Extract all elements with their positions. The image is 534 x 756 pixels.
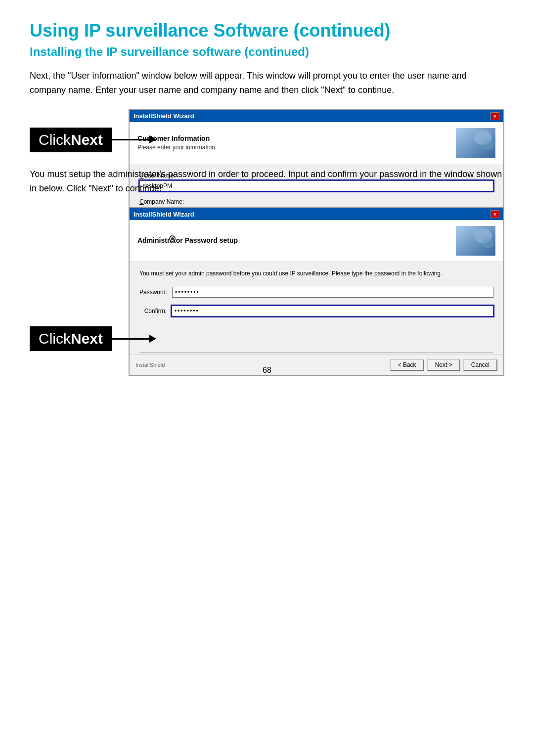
wizard1-close-button[interactable]: × bbox=[490, 112, 499, 120]
wizard2-brand: InstallShield bbox=[135, 362, 165, 368]
page-subtitle: Installing the IP surveillance software … bbox=[30, 45, 504, 59]
wizard2-titlebar: InstallShield Wizard × bbox=[130, 208, 503, 220]
click-next-1-container: Click Next bbox=[30, 128, 151, 152]
wizard2-next-button[interactable]: Next > bbox=[427, 359, 460, 371]
click-next-1-bold: Next bbox=[71, 132, 103, 148]
click-next-2-container: Click Next bbox=[30, 326, 151, 351]
click-next-2-arrow bbox=[112, 338, 151, 340]
password-group: Password: bbox=[139, 287, 493, 298]
confirm-input[interactable] bbox=[172, 306, 493, 316]
intro-text-1: Next, the "User information" window belo… bbox=[30, 69, 504, 97]
wizard1-title: InstallShield Wizard bbox=[134, 112, 194, 120]
company-name-label: Company Name: bbox=[139, 198, 493, 205]
wizard2-separator bbox=[139, 352, 493, 353]
password-label: Password: bbox=[139, 289, 167, 296]
click-next-1-row: Click Next bbox=[30, 128, 504, 152]
click-next-1-arrow bbox=[112, 139, 151, 140]
click-next-2-row: Click Next bbox=[30, 326, 504, 351]
click-next-2-prefix: Click bbox=[39, 330, 71, 347]
click-next-2-bold: Next bbox=[71, 330, 103, 347]
wizard2-back-button[interactable]: < Back bbox=[390, 359, 424, 371]
arrow-line-2 bbox=[112, 338, 151, 340]
svg-point-5 bbox=[482, 238, 494, 248]
wizard2-title: InstallShield Wizard bbox=[134, 211, 194, 218]
wizard2-footer: InstallShield < Back Next > Cancel bbox=[130, 355, 503, 375]
confirm-group: Confirm: bbox=[139, 306, 493, 316]
click-next-1-box: Click Next bbox=[30, 128, 112, 152]
wizard2-header: Administrator Password setup bbox=[130, 220, 503, 262]
wizard2-header-text: Administrator Password setup bbox=[137, 236, 238, 246]
wizard2-header-title: Administrator Password setup bbox=[137, 236, 238, 244]
user-name-input[interactable] bbox=[139, 180, 493, 191]
wizard2-cancel-button[interactable]: Cancel bbox=[463, 359, 497, 371]
click-next-1-prefix: Click bbox=[39, 132, 71, 148]
wizard2-close-button[interactable]: × bbox=[490, 210, 499, 218]
arrow-head-1 bbox=[149, 135, 156, 143]
password-input[interactable] bbox=[172, 287, 493, 298]
arrow-head-2 bbox=[149, 335, 156, 343]
wizard2-buttons: < Back Next > Cancel bbox=[390, 359, 497, 371]
wizard2-description: You must set your admin password before … bbox=[139, 270, 493, 277]
click-next-2-box: Click Next bbox=[30, 326, 112, 351]
page-title: Using IP surveillance Software (continue… bbox=[30, 20, 504, 41]
confirm-label: Confirm: bbox=[139, 308, 167, 314]
wizard2-header-graphic bbox=[456, 226, 495, 256]
wizard1-titlebar: InstallShield Wizard × bbox=[130, 110, 503, 122]
arrow-line-1 bbox=[112, 139, 151, 140]
